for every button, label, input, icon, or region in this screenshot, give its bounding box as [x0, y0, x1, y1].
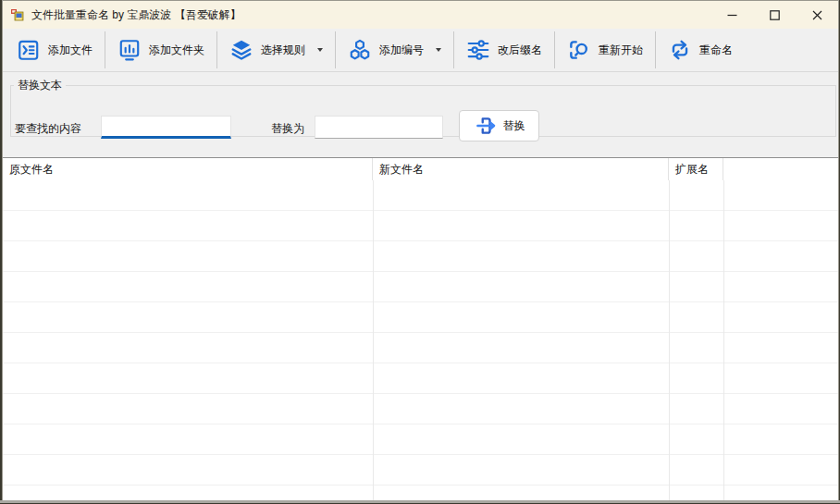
toolbar-button-add-folder[interactable]: 添加文件夹 [107, 31, 215, 68]
file-list: 原文件名新文件名扩展名 [3, 157, 838, 500]
app-window: 文件批量重命名 by 宝鼎波波 【吾爱破解】 添加文件 添加文件 [2, 0, 839, 500]
toolbar-button-label: 重命名 [699, 43, 733, 58]
toolbar-button-label: 添加文件 [48, 43, 93, 58]
rename-icon [668, 38, 692, 62]
column-header-3[interactable]: 扩展名 [669, 158, 723, 180]
toolbar-button-label: 选择规则 [261, 43, 305, 58]
file-list-header: 原文件名新文件名扩展名 [3, 158, 838, 180]
table-row [3, 363, 838, 394]
toolbar-button-rename[interactable]: 重命名 [658, 31, 743, 68]
toolbar-button-label: 添加编号 [379, 43, 424, 58]
chevron-down-icon [436, 48, 441, 52]
table-row [3, 180, 838, 211]
column-header-1[interactable]: 原文件名 [3, 158, 373, 180]
table-row [3, 333, 838, 363]
toolbar-button-label: 重新开始 [599, 43, 643, 58]
toolbar-separator [554, 31, 555, 68]
titlebar: 文件批量重命名 by 宝鼎波波 【吾爱破解】 [3, 1, 838, 29]
toolbar: 添加文件 添加文件夹 选择规则 添加编号 改后缀名 [3, 29, 838, 72]
toolbar-button-label: 添加文件夹 [149, 43, 204, 58]
find-label: 要查找的内容 [15, 121, 81, 137]
find-input[interactable] [101, 116, 231, 139]
toolbar-button-select-rules[interactable]: 选择规则 [219, 31, 333, 68]
add-file-icon [17, 38, 41, 62]
window-bottom-edge [0, 500, 840, 503]
window-controls [710, 1, 838, 29]
maximize-button[interactable] [753, 1, 796, 29]
file-list-body [3, 180, 838, 500]
table-row [3, 211, 838, 241]
toolbar-separator [655, 31, 656, 68]
app-icon [10, 7, 25, 22]
select-rules-icon [229, 38, 253, 62]
column-gridline [723, 180, 724, 500]
column-gridline [669, 180, 670, 500]
table-row [3, 455, 838, 486]
close-button[interactable] [796, 1, 838, 29]
toolbar-separator [105, 31, 105, 68]
replace-arrow-icon [474, 114, 498, 138]
replace-with-label: 替换为 [271, 121, 304, 137]
toolbar-button-add-file[interactable]: 添加文件 [6, 31, 103, 68]
column-gridline [373, 180, 374, 500]
table-row [3, 394, 838, 424]
add-folder-icon [117, 38, 142, 62]
toolbar-separator [335, 31, 336, 68]
chevron-down-icon [317, 48, 323, 52]
table-row [3, 302, 838, 333]
toolbar-separator [216, 31, 217, 68]
toolbar-separator [453, 31, 454, 68]
toolbar-button-label: 改后缀名 [498, 43, 542, 58]
table-row [3, 272, 838, 302]
restart-icon [567, 38, 591, 62]
minimize-button[interactable] [710, 1, 753, 29]
toolbar-button-add-number[interactable]: 添加编号 [338, 31, 451, 68]
add-number-icon [348, 38, 372, 62]
toolbar-button-change-extension[interactable]: 改后缀名 [456, 31, 552, 68]
change-extension-icon [466, 38, 490, 62]
table-row [3, 241, 838, 272]
replace-button-label: 替换 [503, 118, 525, 134]
groupbox-title: 替换文本 [14, 78, 66, 93]
window-title: 文件批量重命名 by 宝鼎波波 【吾爱破解】 [31, 7, 241, 23]
toolbar-button-restart[interactable]: 重新开始 [557, 31, 653, 68]
replace-with-input[interactable] [315, 116, 443, 139]
column-header-2[interactable]: 新文件名 [373, 158, 669, 180]
replace-button[interactable]: 替换 [459, 110, 539, 141]
table-row [3, 424, 838, 455]
replace-text-groupbox: 替换文本 要查找的内容 替换为 替换 [10, 78, 836, 137]
